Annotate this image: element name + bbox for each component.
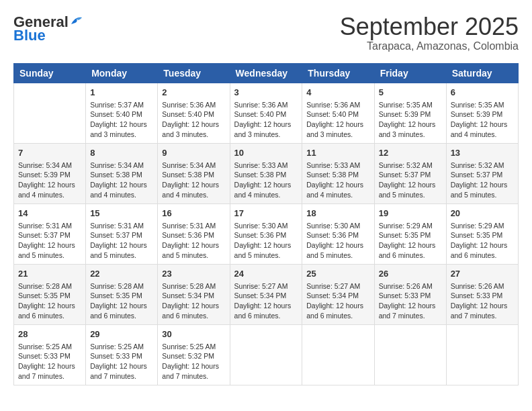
col-header-friday: Friday xyxy=(374,63,446,83)
day-info: Sunset: 5:35 PM xyxy=(379,230,442,240)
day-info: Sunset: 5:36 PM xyxy=(234,230,298,240)
day-number: 24 xyxy=(234,268,298,280)
day-number: 5 xyxy=(379,87,442,99)
day-number: 19 xyxy=(379,208,442,220)
day-info: Sunset: 5:37 PM xyxy=(90,230,153,240)
day-info: and 4 minutes. xyxy=(306,190,369,200)
day-number: 20 xyxy=(451,208,514,220)
calendar-cell: 29Sunrise: 5:25 AMSunset: 5:33 PMDayligh… xyxy=(86,324,158,385)
calendar-cell xyxy=(374,324,446,385)
day-info: Sunset: 5:38 PM xyxy=(90,170,153,180)
calendar-cell: 26Sunrise: 5:26 AMSunset: 5:33 PMDayligh… xyxy=(374,264,446,324)
day-info: Sunrise: 5:36 AM xyxy=(234,100,298,110)
day-info: Sunset: 5:38 PM xyxy=(234,170,298,180)
day-info: Sunrise: 5:31 AM xyxy=(90,221,153,231)
day-info: and 4 minutes. xyxy=(234,190,298,200)
day-info: Daylight: 12 hours xyxy=(18,361,81,371)
day-info: Sunrise: 5:26 AM xyxy=(379,281,442,291)
day-info: Sunrise: 5:28 AM xyxy=(162,281,225,291)
calendar-cell: 12Sunrise: 5:32 AMSunset: 5:37 PMDayligh… xyxy=(374,143,446,203)
day-info: and 7 minutes. xyxy=(90,371,153,381)
calendar-cell: 8Sunrise: 5:34 AMSunset: 5:38 PMDaylight… xyxy=(86,143,158,203)
calendar-cell: 22Sunrise: 5:28 AMSunset: 5:35 PMDayligh… xyxy=(86,264,158,324)
day-info: and 6 minutes. xyxy=(18,311,81,321)
day-info: Sunrise: 5:35 AM xyxy=(451,100,514,110)
day-info: Daylight: 12 hours xyxy=(162,240,225,250)
day-info: Daylight: 12 hours xyxy=(306,180,369,190)
day-info: Daylight: 12 hours xyxy=(234,240,298,250)
day-info: Sunset: 5:36 PM xyxy=(162,230,225,240)
day-info: Sunset: 5:39 PM xyxy=(451,109,514,120)
day-info: and 6 minutes. xyxy=(451,250,514,261)
day-number: 15 xyxy=(90,208,153,220)
day-info: Daylight: 12 hours xyxy=(379,301,442,311)
day-info: Sunset: 5:33 PM xyxy=(451,291,514,301)
day-info: Sunset: 5:35 PM xyxy=(18,291,81,301)
calendar-cell: 13Sunrise: 5:32 AMSunset: 5:37 PMDayligh… xyxy=(446,143,518,203)
day-info: Sunset: 5:36 PM xyxy=(306,230,369,240)
calendar-cell xyxy=(14,83,86,143)
day-info: Sunset: 5:33 PM xyxy=(379,291,442,301)
col-header-sunday: Sunday xyxy=(14,63,86,83)
day-number: 25 xyxy=(306,268,369,280)
day-info: and 5 minutes. xyxy=(451,190,514,200)
calendar-cell: 11Sunrise: 5:33 AMSunset: 5:38 PMDayligh… xyxy=(302,143,374,203)
logo-blue: Blue xyxy=(13,27,46,44)
day-number: 22 xyxy=(90,268,153,280)
day-info: and 4 minutes. xyxy=(162,190,225,200)
calendar-cell xyxy=(230,324,302,385)
day-info: Sunset: 5:34 PM xyxy=(162,291,225,301)
day-info: Daylight: 12 hours xyxy=(379,120,442,130)
day-info: Sunrise: 5:25 AM xyxy=(162,342,225,352)
page-title: September 2025 xyxy=(340,13,519,40)
day-info: Daylight: 12 hours xyxy=(234,301,298,311)
day-info: Sunset: 5:40 PM xyxy=(306,109,369,120)
day-info: Sunrise: 5:29 AM xyxy=(379,221,442,231)
calendar-cell: 14Sunrise: 5:31 AMSunset: 5:37 PMDayligh… xyxy=(14,203,86,264)
day-info: Sunset: 5:37 PM xyxy=(379,170,442,180)
day-info: Sunset: 5:39 PM xyxy=(18,170,81,180)
day-info: Sunset: 5:35 PM xyxy=(90,291,153,301)
day-info: and 6 minutes. xyxy=(306,311,369,321)
day-info: Daylight: 12 hours xyxy=(234,180,298,190)
week-row-5: 28Sunrise: 5:25 AMSunset: 5:33 PMDayligh… xyxy=(14,324,519,385)
day-info: Daylight: 12 hours xyxy=(90,301,153,311)
day-info: Daylight: 12 hours xyxy=(234,120,298,130)
day-info: and 5 minutes. xyxy=(306,250,369,261)
day-info: Daylight: 12 hours xyxy=(379,180,442,190)
day-info: Daylight: 12 hours xyxy=(451,120,514,130)
day-info: Sunrise: 5:37 AM xyxy=(90,100,153,110)
day-info: and 6 minutes. xyxy=(379,250,442,261)
calendar-cell: 23Sunrise: 5:28 AMSunset: 5:34 PMDayligh… xyxy=(158,264,230,324)
day-info: and 5 minutes. xyxy=(18,250,81,261)
day-info: Daylight: 12 hours xyxy=(306,120,369,130)
day-number: 9 xyxy=(162,147,225,159)
day-info: and 6 minutes. xyxy=(234,311,298,321)
logo: General Blue xyxy=(13,13,85,44)
calendar-cell: 28Sunrise: 5:25 AMSunset: 5:33 PMDayligh… xyxy=(14,324,86,385)
day-info: Sunset: 5:34 PM xyxy=(234,291,298,301)
day-number: 2 xyxy=(162,87,225,99)
day-info: Sunrise: 5:28 AM xyxy=(90,281,153,291)
day-info: Daylight: 12 hours xyxy=(451,180,514,190)
day-info: Sunrise: 5:30 AM xyxy=(234,221,298,231)
day-number: 1 xyxy=(90,87,153,99)
calendar-cell: 6Sunrise: 5:35 AMSunset: 5:39 PMDaylight… xyxy=(446,83,518,143)
day-info: and 5 minutes. xyxy=(90,250,153,261)
day-info: Sunrise: 5:34 AM xyxy=(162,161,225,171)
calendar-cell: 24Sunrise: 5:27 AMSunset: 5:34 PMDayligh… xyxy=(230,264,302,324)
col-header-thursday: Thursday xyxy=(302,63,374,83)
day-number: 13 xyxy=(451,147,514,159)
calendar-cell: 20Sunrise: 5:29 AMSunset: 5:35 PMDayligh… xyxy=(446,203,518,264)
day-info: Daylight: 12 hours xyxy=(451,301,514,311)
day-info: Sunset: 5:37 PM xyxy=(18,230,81,240)
day-info: Sunrise: 5:32 AM xyxy=(451,161,514,171)
day-info: Sunrise: 5:33 AM xyxy=(234,161,298,171)
day-info: Sunrise: 5:36 AM xyxy=(306,100,369,110)
day-info: and 5 minutes. xyxy=(379,190,442,200)
day-number: 21 xyxy=(18,268,81,280)
day-info: Daylight: 12 hours xyxy=(18,301,81,311)
day-info: and 4 minutes. xyxy=(90,190,153,200)
day-info: Daylight: 12 hours xyxy=(162,361,225,371)
day-number: 26 xyxy=(379,268,442,280)
